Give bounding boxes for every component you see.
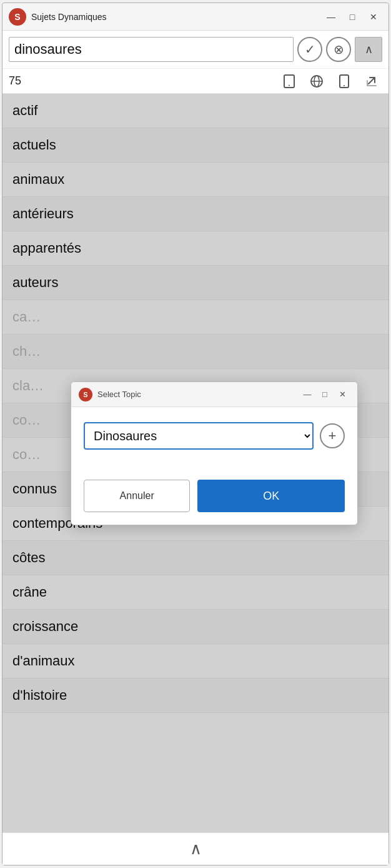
- main-logo: S: [9, 8, 26, 26]
- confirm-button[interactable]: ✓: [297, 37, 322, 62]
- minimize-button[interactable]: —: [322, 10, 340, 24]
- list-area: actif actuels animaux antérieurs apparen…: [2, 94, 389, 832]
- modal-titlebar: S Select Topic — □ ✕: [71, 382, 357, 407]
- clear-button[interactable]: ⊗: [326, 37, 351, 62]
- bottom-bar: ∧: [2, 832, 389, 865]
- tablet-icon: [282, 74, 296, 88]
- search-bar: ✓ ⊗ ∧: [2, 31, 389, 69]
- toolbar: 75: [2, 69, 389, 94]
- collapse-button[interactable]: ∧: [355, 37, 382, 62]
- toolbar-icons: [279, 72, 382, 91]
- modal-body: Dinosaures Animaux Histoire Sciences +: [71, 407, 357, 475]
- cancel-button[interactable]: Annuler: [84, 480, 190, 512]
- globe-icon-button[interactable]: [306, 72, 327, 91]
- svg-point-6: [344, 85, 345, 86]
- tablet-icon-button[interactable]: [279, 72, 300, 91]
- close-button[interactable]: ✕: [365, 10, 382, 24]
- main-title: Sujets Dynamiques: [31, 12, 317, 22]
- main-titlebar: S Sujets Dynamiques — □ ✕: [2, 3, 389, 31]
- maximize-button[interactable]: □: [344, 10, 361, 24]
- modal-logo: S: [79, 388, 92, 401]
- topic-select[interactable]: Dinosaures Animaux Histoire Sciences: [84, 422, 314, 450]
- search-input[interactable]: [9, 37, 294, 62]
- modal-title: Select Topic: [97, 390, 295, 399]
- modal-dropdown-row: Dinosaures Animaux Histoire Sciences +: [84, 422, 345, 450]
- modal-footer: Annuler OK: [71, 475, 357, 525]
- share-icon-button[interactable]: [361, 72, 382, 91]
- titlebar-controls: — □ ✕: [322, 10, 382, 24]
- modal-minimize-button[interactable]: —: [300, 388, 315, 401]
- ok-button[interactable]: OK: [197, 480, 345, 512]
- add-topic-button[interactable]: +: [320, 423, 345, 448]
- svg-point-1: [289, 84, 290, 86]
- result-count: 75: [9, 74, 271, 88]
- main-window: S Sujets Dynamiques — □ ✕ ✓ ⊗ ∧ 75: [2, 3, 389, 865]
- modal-maximize-button[interactable]: □: [317, 388, 332, 401]
- modal-overlay: S Select Topic — □ ✕ Dinosaures Animaux: [2, 94, 389, 832]
- share-icon: [365, 74, 379, 88]
- phone-icon: [339, 74, 349, 88]
- modal-dialog: S Select Topic — □ ✕ Dinosaures Animaux: [71, 381, 358, 525]
- modal-titlebar-controls: — □ ✕: [300, 388, 350, 401]
- globe-icon: [310, 74, 324, 88]
- scroll-up-button[interactable]: ∧: [190, 839, 202, 859]
- phone-icon-button[interactable]: [334, 72, 355, 91]
- modal-close-button[interactable]: ✕: [335, 388, 350, 401]
